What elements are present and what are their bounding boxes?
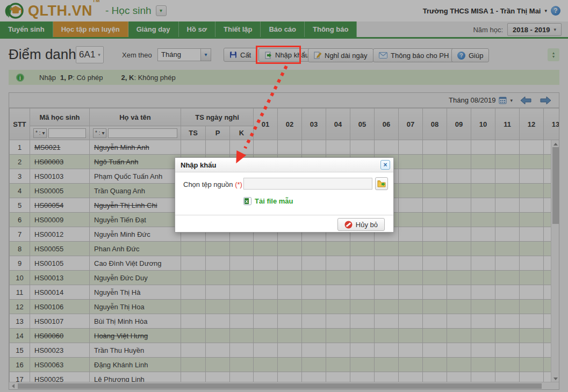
excel-icon: X — [243, 197, 251, 205]
browse-file-button[interactable] — [375, 177, 388, 190]
folder-icon — [377, 180, 386, 187]
import-dialog: Nhập khẩu × Chọn tệp nguồn (*) X Tải fil… — [175, 157, 394, 233]
dialog-title: Nhập khẩu — [181, 161, 380, 169]
dialog-titlebar: Nhập khẩu × — [175, 158, 393, 172]
close-icon[interactable]: × — [380, 160, 390, 170]
required-mark: (*) — [235, 180, 242, 188]
cancel-button[interactable]: Hủy bỏ — [337, 218, 385, 231]
download-template-link[interactable]: X Tải file mẫu — [243, 197, 293, 205]
source-file-input[interactable] — [243, 178, 372, 190]
app-window: QLTH.VNTM - Học sinh ▾ Trường THCS MISA … — [0, 0, 568, 392]
svg-text:X: X — [245, 199, 248, 204]
dialog-footer: Hủy bỏ — [175, 215, 393, 233]
source-file-label: Chọn tệp nguồn (*) — [183, 180, 242, 188]
dialog-body: Chọn tệp nguồn (*) X Tải file mẫu — [175, 172, 393, 215]
cancel-icon — [344, 221, 353, 229]
